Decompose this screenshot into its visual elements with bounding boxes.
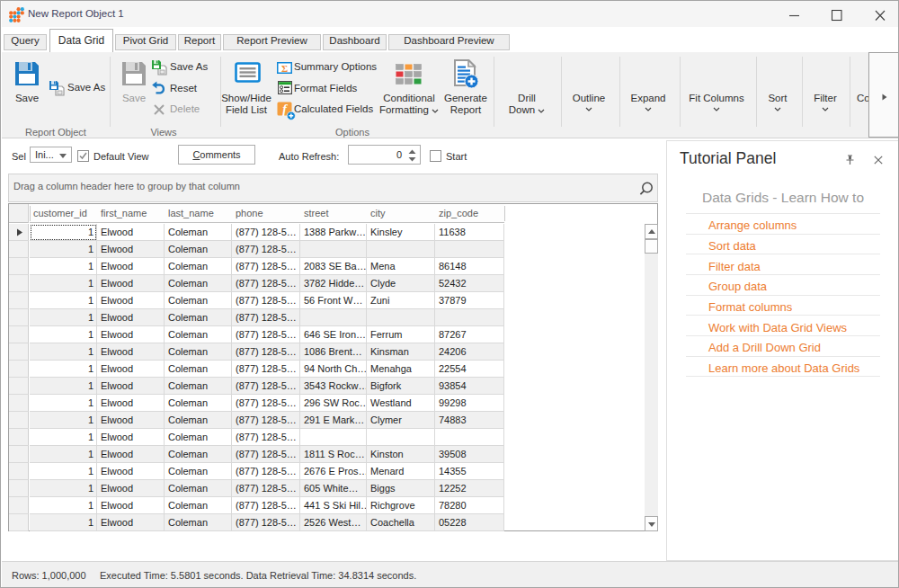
- svg-text:Σ: Σ: [281, 63, 288, 74]
